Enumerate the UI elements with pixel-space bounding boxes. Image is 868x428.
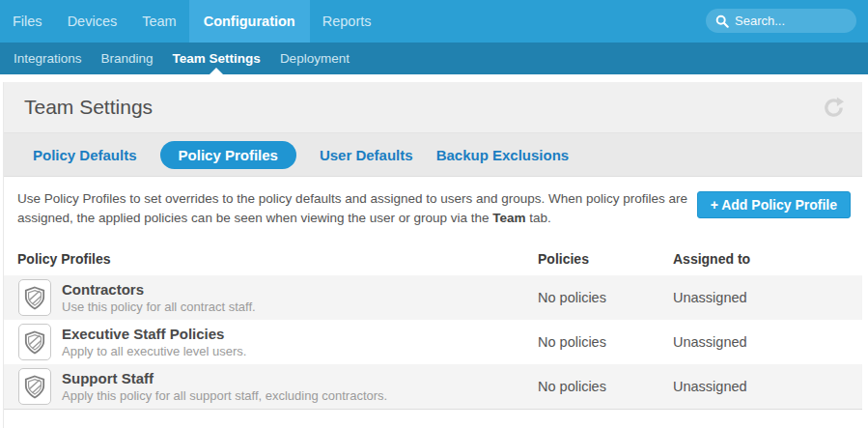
subnav-team-settings[interactable]: Team Settings [163, 43, 270, 74]
page-title: Team Settings [24, 96, 153, 119]
settings-tabs: Policy Defaults Policy Profiles User Def… [4, 133, 862, 177]
table-header-row: Policy Profiles Policies Assigned to [4, 243, 862, 275]
tab-user-defaults[interactable]: User Defaults [308, 147, 425, 163]
search-box[interactable] [706, 9, 856, 33]
profile-name-block: Executive Staff Policies Apply to all ex… [62, 325, 246, 359]
policy-shield-icon [18, 324, 51, 360]
nav-devices[interactable]: Devices [55, 0, 130, 43]
intro-text-after: tab. [526, 211, 551, 225]
column-header-assigned-to: Assigned to [673, 251, 862, 267]
subnav-team-settings-label: Team Settings [173, 51, 261, 66]
profile-description: Apply this policy for all support staff,… [62, 387, 387, 404]
tab-policy-profiles[interactable]: Policy Profiles [160, 141, 296, 169]
profile-name-cell: Support Staff Apply this policy for all … [4, 368, 538, 405]
tab-policy-defaults[interactable]: Policy Defaults [21, 147, 149, 163]
policy-profiles-table: Policy Profiles Policies Assigned to Con… [4, 243, 862, 410]
subnav-branding[interactable]: Branding [92, 43, 163, 74]
top-navigation: Files Devices Team Configuration Reports [0, 0, 868, 43]
intro-description: Use Policy Profiles to set overrides to … [17, 189, 697, 228]
column-header-policy-profiles: Policy Profiles [4, 251, 538, 267]
profile-name: Executive Staff Policies [62, 325, 246, 343]
refresh-icon[interactable] [823, 97, 849, 119]
profile-description: Apply to all executive level users. [62, 343, 246, 359]
page-header: Team Settings [4, 82, 862, 133]
profile-name-block: Support Staff Apply this policy for all … [62, 369, 387, 404]
profile-policies-value: No policies [538, 334, 673, 350]
profile-name-cell: Contractors Use this policy for all cont… [4, 279, 538, 316]
profile-name-cell: Executive Staff Policies Apply to all ex… [4, 324, 538, 360]
intro-section: Use Policy Profiles to set overrides to … [4, 177, 862, 243]
nav-configuration[interactable]: Configuration [189, 0, 310, 43]
profile-assigned-value: Unassigned [673, 290, 862, 305]
nav-reports[interactable]: Reports [310, 0, 384, 43]
profile-name: Contractors [62, 280, 256, 299]
policy-shield-icon [18, 279, 51, 316]
profile-description: Use this policy for all contract staff. [62, 299, 256, 315]
nav-team[interactable]: Team [129, 0, 188, 43]
policy-shield-icon [18, 368, 51, 405]
configuration-subnav: Integrations Branding Team Settings Depl… [0, 43, 868, 74]
subnav-integrations[interactable]: Integrations [4, 43, 92, 74]
table-row-executive-staff-policies[interactable]: Executive Staff Policies Apply to all ex… [4, 320, 862, 364]
team-settings-page: Team Settings Policy Defaults Policy Pro… [3, 82, 862, 428]
intro-text-before: Use Policy Profiles to set overrides to … [17, 191, 687, 225]
profile-name: Support Staff [62, 369, 387, 387]
active-subnav-caret [210, 68, 223, 74]
nav-files[interactable]: Files [0, 0, 55, 43]
search-input[interactable] [735, 14, 841, 28]
column-header-policies: Policies [538, 251, 673, 267]
add-policy-profile-button[interactable]: + Add Policy Profile [697, 191, 851, 218]
table-row-contractors[interactable]: Contractors Use this policy for all cont… [4, 275, 862, 320]
profile-assigned-value: Unassigned [673, 334, 862, 350]
intro-team-bold: Team [492, 211, 525, 225]
tab-backup-exclusions[interactable]: Backup Exclusions [425, 147, 581, 163]
table-row-support-staff[interactable]: Support Staff Apply this policy for all … [4, 364, 862, 409]
search-icon [715, 14, 729, 28]
profile-name-block: Contractors Use this policy for all cont… [62, 280, 256, 315]
profile-assigned-value: Unassigned [673, 379, 862, 394]
subnav-deployment[interactable]: Deployment [270, 43, 359, 74]
profile-policies-value: No policies [538, 290, 673, 305]
profile-policies-value: No policies [538, 379, 673, 394]
